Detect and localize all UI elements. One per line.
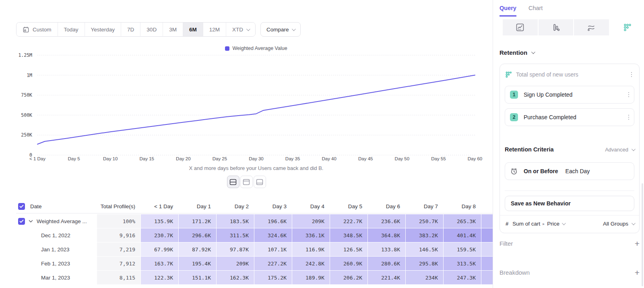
x-axis-tick: Day 35 (285, 156, 300, 161)
date-range-6m[interactable]: 6M (183, 23, 203, 36)
retention-value-cell: 247.3K (444, 271, 481, 284)
retention-value-cell: 313.5K (444, 257, 481, 270)
column-header-day-8[interactable]: Day 8 (444, 203, 481, 209)
retention-value-cell: 230.7K (141, 228, 178, 242)
criteria-operator: On or Before (524, 168, 558, 174)
retention-value-cell: 311.5K (217, 228, 254, 242)
view-toggle-chart-only[interactable] (240, 176, 253, 188)
criteria-mode-label: Advanced (605, 147, 628, 153)
expand-chevron-icon[interactable] (29, 220, 33, 223)
column-header-label: Day 3 (272, 203, 287, 209)
retention-section-dropdown[interactable]: Retention (500, 49, 534, 56)
tab-retention[interactable] (610, 19, 644, 35)
column-header-label: Day 7 (424, 203, 438, 209)
step-number-badge: 2 (510, 113, 518, 121)
behavior-step-2[interactable]: 2Purchase Completed (505, 108, 634, 126)
step-menu-button[interactable] (626, 113, 632, 122)
row-label: Weighted Average ... (37, 218, 87, 224)
retention-value-cell: 122.3K (141, 271, 178, 284)
column-header-day-6[interactable]: Day 6 (368, 203, 405, 209)
x-axis-tick: Day 30 (249, 156, 263, 161)
step-menu-button[interactable] (626, 91, 632, 99)
measure-property-dropdown[interactable]: Sum of cart ▸ Price (512, 221, 599, 227)
save-as-new-behavior-button[interactable]: Save as New Behavior (505, 196, 634, 211)
select-all-checkbox[interactable] (18, 203, 25, 210)
behavior-step-1[interactable]: 1Sign Up Completed (505, 86, 634, 104)
retention-value-cell: 97.87K (217, 242, 254, 256)
chevron-down-icon (246, 27, 250, 31)
breakdown-section: Breakdown + (500, 268, 640, 277)
column-header-day-5[interactable]: Day 5 (330, 203, 367, 209)
retention-value-cell: 146.5K (406, 242, 443, 256)
number-property-icon: # (506, 221, 508, 227)
compare-label: Compare (266, 27, 289, 33)
all-groups-dropdown[interactable]: All Groups (603, 221, 634, 227)
retention-value-cell: 162.3K (217, 271, 254, 284)
flows-icon (587, 23, 596, 32)
table-row: Dec 1, 20229,916230.7K296.6K311.5K324.6K… (16, 228, 493, 242)
row-checkbox[interactable] (18, 218, 25, 225)
insights-icon (516, 23, 524, 32)
behavior-steps: 1Sign Up Completed2Purchase Completed (505, 86, 634, 126)
tab-insights[interactable] (503, 19, 538, 35)
date-range-7d[interactable]: 7D (121, 23, 140, 36)
tab-funnels[interactable] (539, 19, 574, 35)
column-header--1-day[interactable]: < 1 Day (141, 203, 178, 209)
date-range-segmented-control: CustomTodayYesterday7D30D3M6M12MXTD (16, 22, 256, 37)
column-header-label: Day 2 (235, 203, 249, 209)
date-range-today[interactable]: Today (58, 23, 85, 36)
retention-value-cell: 196.6K (254, 214, 292, 228)
chevron-down-icon (292, 27, 296, 31)
date-range-yesterday[interactable]: Yesterday (85, 23, 122, 36)
view-toggle-table-only[interactable] (254, 176, 266, 188)
criteria-value-row[interactable]: On or Before Each Day (505, 162, 634, 180)
retention-value-cell: 151.1K (179, 271, 216, 284)
retention-value-cell: 364.8K (368, 228, 405, 242)
table-row: Mar 1, 20238,115122.3K151.1K162.3K175.2K… (16, 271, 493, 284)
date-range-30d[interactable]: 30D (140, 23, 163, 36)
add-breakdown-button[interactable]: + (635, 268, 640, 277)
retention-value-cell: 206.2K (330, 271, 367, 284)
tab-chart[interactable]: Chart (528, 5, 543, 17)
column-header-day-1[interactable]: Day 1 (179, 203, 216, 209)
criteria-advanced-dropdown[interactable]: Advanced (605, 147, 634, 153)
column-header-total-profile-s-[interactable]: Total Profile(s) (97, 203, 140, 209)
y-axis-tick: 750K (21, 92, 32, 98)
sidebar-tabs: Query Chart (500, 5, 543, 17)
column-header-day-4[interactable]: Day 4 (292, 203, 330, 209)
date-range-xtd[interactable]: XTD (226, 23, 255, 36)
behavior-title[interactable]: Total spend of new users (516, 71, 625, 78)
row-label-cell: Weighted Average ... (16, 214, 97, 228)
retention-value-cell: 116.9K (292, 242, 330, 256)
column-header-date[interactable]: Date (16, 203, 97, 210)
compare-button[interactable]: Compare (260, 22, 301, 37)
y-axis-tick: 500K (21, 112, 32, 118)
criteria-period: Each Day (566, 168, 590, 174)
retention-chart: 0250K500K750K1M1.25M< 1 DayDay 5Day 10Da… (0, 44, 493, 165)
behavior-menu-button[interactable] (629, 70, 635, 79)
tab-query[interactable]: Query (500, 5, 516, 17)
retention-value-cell: 126.5K (330, 242, 367, 256)
column-header-day-7[interactable]: Day 7 (406, 203, 443, 209)
view-toggle-split[interactable] (227, 176, 239, 188)
row-label: Feb 1, 2023 (41, 261, 70, 267)
date-range-12m[interactable]: 12M (203, 23, 226, 36)
column-header-day-3[interactable]: Day 3 (254, 203, 292, 209)
table-row: Feb 1, 20237,912163.7K195.4K209K227.2K24… (16, 257, 493, 270)
table-header-row: DateTotal Profile(s)< 1 DayDay 1Day 2Day… (16, 200, 493, 213)
column-header-day-2[interactable]: Day 2 (217, 203, 254, 209)
tab-flows[interactable] (574, 19, 609, 35)
date-range-custom[interactable]: Custom (17, 23, 58, 36)
retention-value-cell: 135.9K (141, 214, 178, 228)
x-axis-tick: Day 50 (395, 156, 409, 161)
retention-value-cell: 189.9K (292, 271, 330, 284)
add-filter-button[interactable]: + (635, 239, 640, 248)
y-axis-tick: 1.25M (18, 52, 32, 58)
measure-event-label: Sum of cart (512, 221, 540, 227)
retention-value-cell: 336.1K (292, 228, 330, 242)
sidebar-scrollbar[interactable] (642, 183, 643, 286)
all-groups-label: All Groups (603, 221, 628, 227)
date-range-3m[interactable]: 3M (163, 23, 183, 36)
retention-value-cell: 87.92K (179, 242, 216, 256)
chart-x-axis-caption: X and more days before your Users came b… (37, 165, 475, 171)
